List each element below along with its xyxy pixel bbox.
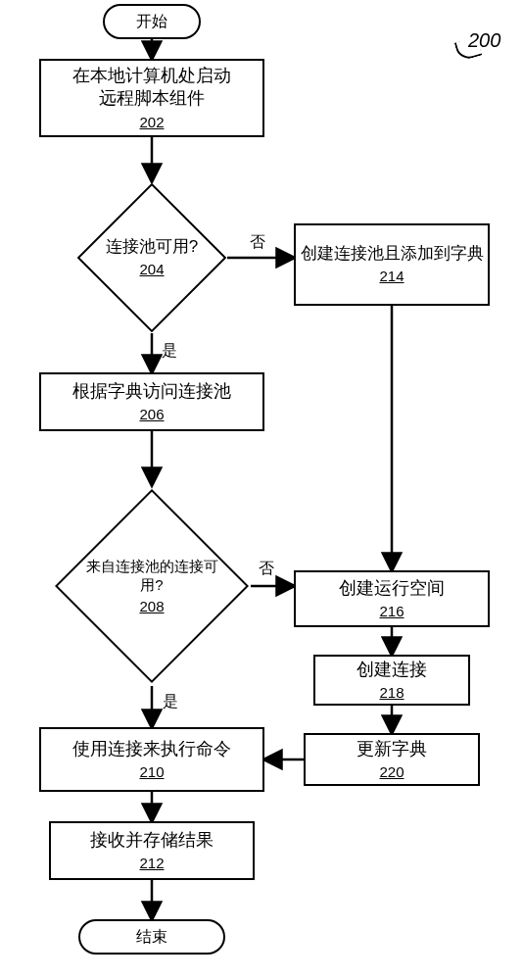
process-216-ref: 216 bbox=[379, 602, 404, 621]
process-214: 创建连接池且添加到字典 214 bbox=[294, 223, 490, 306]
process-216: 创建运行空间 216 bbox=[294, 570, 490, 627]
process-212-text: 接收并存储结果 bbox=[90, 829, 214, 852]
terminator-start: 开始 bbox=[103, 4, 201, 39]
process-218: 创建连接 218 bbox=[313, 655, 470, 706]
process-216-text: 创建运行空间 bbox=[339, 577, 445, 600]
process-210-text: 使用连接来执行命令 bbox=[72, 738, 231, 760]
decision-208: 来自连接池的连接可用? 208 bbox=[55, 489, 249, 683]
edge-label-208-yes: 是 bbox=[163, 692, 178, 712]
process-214-ref: 214 bbox=[379, 267, 404, 286]
decision-204-ref: 204 bbox=[139, 260, 164, 279]
process-210-ref: 210 bbox=[139, 762, 164, 782]
decision-208-text: 来自连接池的连接可用? bbox=[85, 557, 218, 595]
edge-label-208-no: 否 bbox=[259, 559, 274, 579]
figure-label-swoosh-icon bbox=[452, 29, 480, 49]
terminator-end-text: 结束 bbox=[136, 927, 167, 948]
process-212: 接收并存储结果 212 bbox=[49, 821, 255, 880]
process-212-ref: 212 bbox=[139, 854, 164, 873]
process-206-text: 根据字典访问连接池 bbox=[72, 380, 231, 403]
process-202-ref: 202 bbox=[139, 113, 164, 132]
process-202-text: 在本地计算机处启动 远程脚本组件 bbox=[72, 65, 231, 111]
process-218-ref: 218 bbox=[379, 683, 404, 703]
edge-label-204-no: 否 bbox=[250, 232, 265, 253]
process-210: 使用连接来执行命令 210 bbox=[39, 727, 264, 792]
process-220-text: 更新字典 bbox=[357, 738, 427, 760]
process-206: 根据字典访问连接池 206 bbox=[39, 372, 264, 431]
process-220: 更新字典 220 bbox=[304, 733, 480, 786]
decision-208-ref: 208 bbox=[139, 597, 164, 616]
decision-204: 连接池可用? 204 bbox=[77, 183, 227, 333]
edge-label-204-yes: 是 bbox=[162, 341, 177, 362]
process-202: 在本地计算机处启动 远程脚本组件 202 bbox=[39, 59, 264, 137]
terminator-end: 结束 bbox=[78, 919, 225, 955]
process-206-ref: 206 bbox=[139, 405, 164, 424]
terminator-start-text: 开始 bbox=[136, 12, 167, 32]
decision-204-text: 连接池可用? bbox=[106, 236, 198, 258]
process-220-ref: 220 bbox=[379, 762, 404, 782]
process-218-text: 创建连接 bbox=[357, 659, 427, 681]
process-214-text: 创建连接池且添加到字典 bbox=[301, 243, 484, 265]
